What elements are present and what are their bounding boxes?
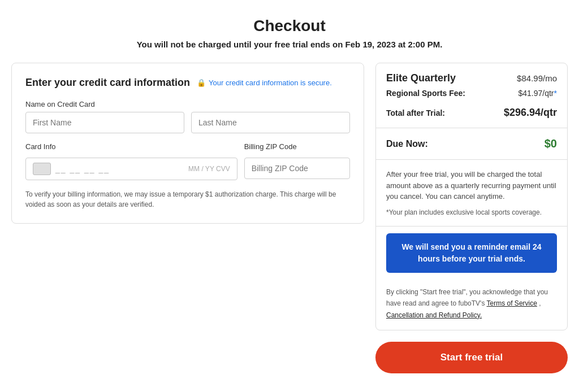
card-info-label: Card Info [25, 142, 237, 151]
last-name-input[interactable] [191, 112, 350, 133]
cc-form-title: Enter your credit card information [25, 77, 190, 89]
credit-card-form: Enter your credit card information 🔒 You… [11, 63, 364, 224]
secure-badge: 🔒 Your credit card information is secure… [197, 79, 332, 87]
total-label: Total after Trial: [386, 108, 445, 117]
first-name-input[interactable] [25, 112, 184, 133]
terms-text: By clicking "Start free trial", you ackn… [386, 288, 548, 319]
name-label: Name on Credit Card [25, 100, 350, 108]
page-subtitle: You will not be charged until your free … [11, 40, 568, 49]
plan-price: $84.99/mo [517, 73, 557, 83]
due-section: Due Now: $0 [376, 128, 567, 160]
reminder-box: We will send you a reminder email 24 hou… [386, 233, 557, 273]
total-value: $296.94/qtr [504, 107, 557, 119]
billing-note: To verify your billing information, we m… [25, 189, 350, 210]
start-trial-button[interactable]: Start free trial [375, 342, 568, 373]
info-section: After your free trial, you will be charg… [376, 160, 567, 227]
cancellation-policy-link[interactable]: Cancellation and Refund Policy. [386, 311, 482, 319]
billing-zip-label: Billing ZIP Code [244, 142, 350, 154]
terms-section: By clicking "Start free trial", you ackn… [376, 280, 567, 330]
lock-icon: 🔒 [197, 79, 206, 87]
zip-section [244, 158, 350, 179]
page-title: Checkout [11, 17, 568, 35]
card-expiry-cvv-placeholder: MM / YY CVV [188, 165, 230, 173]
info-text: After your free trial, you will be charg… [386, 169, 557, 202]
local-sports-note: *Your plan includes exclusive local spor… [386, 208, 557, 217]
secure-label: Your credit card information is secure. [209, 79, 332, 87]
terms-of-service-link[interactable]: Terms of Service [487, 299, 537, 307]
due-label: Due Now: [386, 139, 428, 149]
reminder-text: We will send you a reminder email 24 hou… [401, 242, 541, 263]
regional-fee-label: Regional Sports Fee: [386, 89, 465, 98]
billing-zip-input[interactable] [244, 158, 350, 179]
due-value: $0 [545, 137, 557, 150]
card-info-section: __ __ __ __ MM / YY CVV [25, 158, 237, 180]
card-chip-icon [33, 163, 51, 175]
order-summary: Elite Quarterly $84.99/mo Regional Sport… [375, 63, 568, 373]
terms-separator: , [539, 299, 541, 307]
regional-fee-value: $41.97/qtr* [518, 89, 557, 98]
summary-top: Elite Quarterly $84.99/mo Regional Sport… [376, 63, 567, 128]
card-number-placeholder: __ __ __ __ [55, 164, 184, 173]
card-input-wrapper[interactable]: __ __ __ __ MM / YY CVV [25, 158, 237, 180]
plan-name: Elite Quarterly [386, 72, 456, 84]
summary-box: Elite Quarterly $84.99/mo Regional Sport… [375, 63, 568, 330]
